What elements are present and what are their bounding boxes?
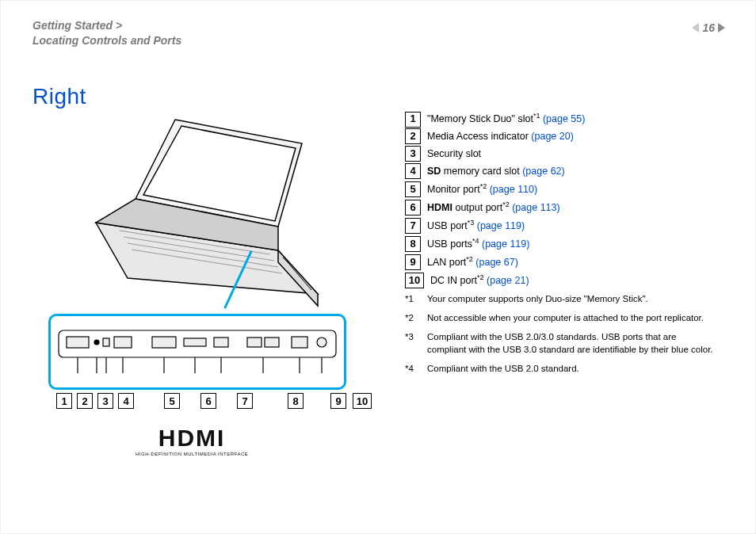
- list-item: 10 DC IN port*2 (page 21): [405, 272, 722, 290]
- footnote: *4 Compliant with the USB 2.0 standard.: [405, 362, 716, 375]
- page-number: 16: [702, 21, 715, 34]
- svg-rect-20: [152, 337, 176, 348]
- footnote-marker: *1: [405, 292, 419, 305]
- item-num: 5: [405, 181, 421, 197]
- page-link[interactable]: (page 110): [490, 184, 537, 195]
- svg-rect-16: [67, 337, 89, 348]
- item-num: 4: [405, 163, 421, 179]
- item-text: Security slot: [427, 146, 481, 163]
- callout-num-2: 2: [77, 393, 93, 409]
- item-num: 3: [405, 146, 421, 162]
- breadcrumb-line-1: Getting Started >: [32, 18, 181, 33]
- item-text: LAN port*2 (page 67): [427, 254, 518, 272]
- item-text: "Memory Stick Duo" slot*1 (page 55): [427, 110, 585, 128]
- callout-num-4: 4: [118, 393, 134, 409]
- footnote-text: Your computer supports only Duo-size "Me…: [427, 292, 648, 305]
- page-link[interactable]: (page 119): [482, 238, 529, 250]
- list-item: 5 Monitor port*2 (page 110): [405, 181, 722, 199]
- ports-list: 1 "Memory Stick Duo" slot*1 (page 55) 2 …: [405, 110, 722, 290]
- list-item: 2 Media Access indicator (page 20): [405, 128, 722, 146]
- page-link[interactable]: (page 113): [512, 202, 559, 213]
- item-num: 10: [405, 273, 424, 288]
- callout-num-10: 10: [353, 393, 372, 409]
- item-num: 1: [405, 112, 421, 128]
- page: Getting Started > Locating Controls and …: [0, 0, 756, 534]
- hdmi-logo-subtext: HIGH-DEFINITION MULTIMEDIA INTERFACE: [136, 452, 248, 456]
- list-item: 7 USB port*3 (page 119): [405, 217, 722, 235]
- svg-rect-18: [103, 338, 109, 346]
- footnote-marker: *3: [405, 330, 419, 356]
- breadcrumb: Getting Started > Locating Controls and …: [32, 18, 181, 48]
- page-link[interactable]: (page 21): [487, 275, 529, 286]
- page-link[interactable]: (page 20): [531, 131, 574, 142]
- list-item: 6 HDMI output port*2 (page 113): [405, 199, 722, 217]
- page-link[interactable]: (page 67): [475, 257, 518, 268]
- svg-rect-19: [114, 337, 132, 348]
- ports-side-view-illustration: [57, 324, 338, 380]
- item-text: Media Access indicator (page 20): [427, 128, 574, 146]
- footnotes: *1 Your computer supports only Duo-size …: [405, 292, 716, 381]
- item-text: HDMI output port*2 (page 113): [427, 199, 560, 217]
- item-num: 8: [405, 236, 421, 252]
- hdmi-logo: HDMI HIGH-DEFINITION MULTIMEDIA INTERFAC…: [136, 425, 248, 456]
- next-page-icon[interactable]: [718, 23, 725, 32]
- footnote-marker: *4: [405, 362, 419, 375]
- hdmi-logo-text: HDMI: [136, 425, 248, 452]
- svg-point-26: [317, 338, 326, 347]
- item-num: 2: [405, 128, 421, 144]
- side-view-callout: [48, 314, 346, 390]
- list-item: 8 USB ports*4 (page 119): [405, 235, 722, 254]
- footnote-text: Not accessible when your computer is att…: [427, 311, 704, 324]
- footnote-text: Compliant with the USB 2.0/3.0 standards…: [427, 330, 716, 356]
- svg-point-17: [94, 340, 99, 345]
- callout-num-9: 9: [330, 393, 346, 409]
- page-number-group: 16: [692, 21, 725, 34]
- svg-rect-25: [292, 337, 307, 348]
- section-title: Right: [32, 84, 86, 109]
- list-item: 3 Security slot: [405, 146, 722, 163]
- item-num: 6: [405, 200, 421, 216]
- svg-rect-22: [214, 338, 228, 347]
- laptop-illustration: [80, 112, 334, 318]
- footnote: *2 Not accessible when your computer is …: [405, 311, 716, 324]
- callout-num-1: 1: [56, 393, 72, 409]
- callout-num-6: 6: [200, 393, 216, 409]
- prev-page-icon[interactable]: [692, 23, 699, 32]
- callout-num-8: 8: [288, 393, 304, 409]
- footnote: *1 Your computer supports only Duo-size …: [405, 292, 716, 305]
- svg-rect-24: [265, 338, 279, 347]
- svg-rect-23: [247, 338, 262, 347]
- callout-num-3: 3: [97, 393, 113, 409]
- item-text: USB ports*4 (page 119): [427, 235, 529, 254]
- callout-number-row: 1 2 3 4 5 6 7 8 9 10: [56, 393, 372, 409]
- svg-rect-21: [184, 338, 206, 346]
- footnote: *3 Compliant with the USB 2.0/3.0 standa…: [405, 330, 716, 356]
- item-num: 9: [405, 254, 421, 270]
- item-text: DC IN port*2 (page 21): [430, 272, 529, 290]
- item-text: SD memory card slot (page 62): [427, 163, 565, 181]
- figure-area: 1 2 3 4 5 6 7 8 9 10 HDMI HIGH-DEFINITIO…: [48, 108, 381, 441]
- list-item: 4 SD memory card slot (page 62): [405, 163, 722, 181]
- breadcrumb-line-2: Locating Controls and Ports: [32, 33, 181, 48]
- page-link[interactable]: (page 62): [522, 166, 565, 177]
- footnote-marker: *2: [405, 311, 419, 324]
- list-item: 1 "Memory Stick Duo" slot*1 (page 55): [405, 110, 722, 128]
- callout-num-5: 5: [164, 393, 180, 409]
- footnote-text: Compliant with the USB 2.0 standard.: [427, 362, 579, 375]
- list-item: 9 LAN port*2 (page 67): [405, 254, 722, 272]
- item-num: 7: [405, 218, 421, 234]
- page-link[interactable]: (page 55): [543, 113, 586, 124]
- item-text: USB port*3 (page 119): [427, 217, 525, 235]
- page-link[interactable]: (page 119): [477, 220, 525, 231]
- item-text: Monitor port*2 (page 110): [427, 181, 537, 199]
- callout-num-7: 7: [237, 393, 253, 409]
